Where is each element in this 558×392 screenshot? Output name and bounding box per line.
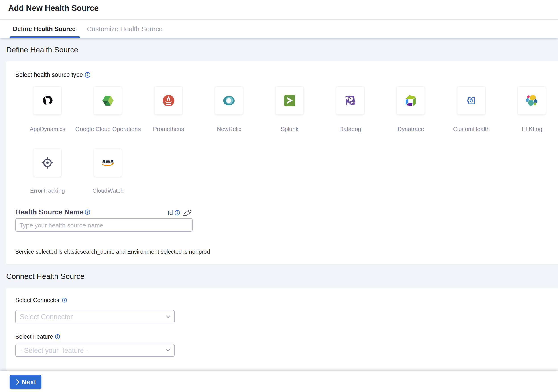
svg-text:aws: aws: [102, 158, 113, 165]
